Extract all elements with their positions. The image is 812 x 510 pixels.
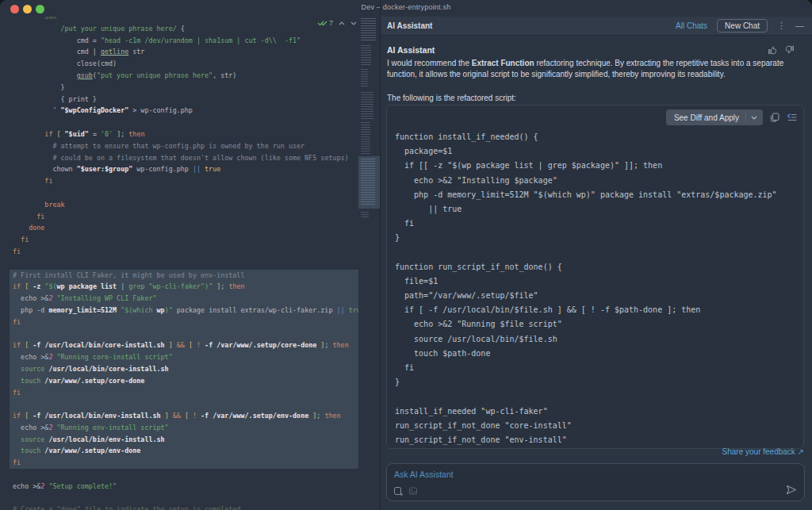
code-line: source /usr/local/bin/core-install.sh [10, 363, 358, 375]
code-line: echo >&2 "Installing WP CLI Faker" [10, 293, 358, 305]
code-line [395, 246, 800, 260]
minimap-chunk [361, 45, 371, 66]
external-link-icon: ↗ [798, 447, 804, 456]
message-actions [768, 45, 795, 55]
code-line: php -d memory_limit=512M "$(which wp)" p… [395, 188, 800, 202]
code-line: || true [395, 202, 800, 217]
minimap[interactable] [358, 17, 381, 510]
paragraph-bold-text: Extract Function [472, 59, 534, 67]
hide-panel-icon[interactable]: — [795, 21, 804, 30]
code-line: path="/var/www/.setup/$file" [395, 289, 800, 303]
code-line: break [10, 199, 358, 211]
code-line: # attempt to ensure that wp-config.php i… [10, 140, 358, 152]
code-line: } [10, 82, 358, 94]
send-icon[interactable] [786, 485, 797, 495]
code-line: file=$1 [395, 274, 800, 289]
code-line: function install_if_needed() { [395, 130, 800, 144]
see-diff-and-apply-button[interactable]: See Diff and Apply [666, 109, 763, 125]
minimap-chunk [361, 69, 368, 88]
editor-code: awk /put your unique phrase here/ { cmd … [0, 17, 358, 510]
paragraph-text: I would recommend the [387, 59, 472, 67]
window-title: Dev – docker-entrypoint.sh [0, 3, 812, 11]
code-line [10, 187, 358, 199]
kebab-menu-icon[interactable]: ⋮ [777, 21, 786, 30]
code-line: install_if_needed "wp-cli-faker" [395, 405, 800, 419]
minimap-chunk [361, 18, 376, 42]
ai-assistant-header: AI Assistant All Chats New Chat ⋮ — [381, 17, 812, 36]
share-feedback-link[interactable]: Share your feedback ↗ [722, 447, 804, 456]
code-line: function run_script_if_not_done() { [395, 260, 800, 274]
code-line: if [[ -z "$(wp package list | grep $pack… [395, 159, 800, 173]
code-line: echo >&2 "Running env-install script" [10, 422, 358, 434]
next-occurrence-icon[interactable] [350, 21, 357, 25]
minimap-selection [358, 156, 381, 209]
code-block-toolbar: See Diff and Apply [666, 109, 797, 125]
minimap-chunk [361, 212, 369, 218]
code-line: fi [10, 211, 358, 223]
code-line: fi [10, 316, 358, 328]
code-line: ' "$wpConfigDocker" > wp-config.php [10, 105, 358, 117]
approved-check-icon [317, 19, 327, 27]
code-line: fi [10, 175, 358, 187]
code-line: echo >&2 "Running $file script" [395, 317, 800, 332]
code-line [10, 398, 358, 410]
inspections-widget[interactable]: 7 [317, 19, 357, 27]
code-line: echo >&2 "Installing $package" [395, 174, 800, 188]
code-line: cmd = "head -c1m /dev/urandom | sha1sum … [10, 35, 358, 47]
code-line [395, 389, 800, 404]
code-line: touch $path-done [395, 347, 800, 361]
code-line: # Create a "done" file to indicate the s… [10, 504, 358, 510]
copy-code-icon[interactable] [770, 113, 779, 122]
prev-occurrence-icon[interactable] [339, 21, 345, 25]
code-line: close(cmd) [10, 58, 358, 70]
code-line: cmd | getline str [10, 46, 358, 58]
code-line: chown "$user:$group" wp-config.php || tr… [10, 163, 358, 175]
message-paragraph: I would recommend the Extract Function r… [387, 58, 790, 80]
code-line: touch /var/www/.setup/core-done [10, 375, 358, 387]
code-line: touch /var/www/.setup/env-done [10, 445, 358, 457]
code-line [10, 258, 358, 270]
panel-title: AI Assistant [387, 21, 432, 30]
code-line: { print } [10, 94, 358, 105]
code-line: run_script_if_not_done "core-install" [395, 419, 800, 433]
code-line: if [ -f /usr/local/bin/$file.sh ] && [ !… [395, 303, 800, 317]
code-line: } [395, 375, 800, 389]
message-author: AI Assistant [387, 45, 435, 55]
prompt-library-icon[interactable] [393, 486, 403, 496]
code-line: done [10, 222, 358, 234]
ai-assistant-input[interactable]: Ask AI Assistant [386, 463, 805, 501]
message-paragraph-2: The following is the refactored script: [387, 94, 790, 102]
code-line: if [ -f /usr/local/bin/core-install.sh ]… [10, 339, 358, 351]
refactored-code: function install_if_needed() { package=$… [395, 130, 800, 447]
code-line: gsub("put your unique phrase here", str) [10, 70, 358, 82]
new-chat-button[interactable]: New Chat [717, 19, 768, 33]
feedback-label: Share your feedback [722, 447, 795, 456]
minimap-chunk [361, 122, 370, 154]
code-line: fi [10, 246, 358, 258]
refactored-code-block: See Diff and Apply function install_if_n… [386, 105, 804, 449]
code-line: source /usr/local/bin/$file.sh [395, 332, 800, 347]
attach-image-icon[interactable] [408, 486, 418, 496]
all-chats-link[interactable]: All Chats [676, 21, 707, 30]
minimap-chunk [361, 92, 373, 119]
code-line: source /usr/local/bin/env-install.sh [10, 434, 358, 446]
insert-at-caret-icon[interactable] [787, 113, 797, 122]
code-line: fi [10, 457, 358, 469]
code-line: if [ -z "$(wp package list | grep "wp-cl… [10, 281, 358, 293]
thumbs-up-icon[interactable] [768, 45, 777, 55]
code-line: } [395, 231, 800, 245]
code-line: echo >&2 "Running core-install script" [10, 351, 358, 363]
input-placeholder: Ask AI Assistant [394, 470, 454, 479]
code-line: fi [10, 387, 358, 399]
chevron-down-icon[interactable] [745, 113, 763, 122]
thumbs-down-icon[interactable] [785, 45, 795, 55]
match-count: 7 [329, 19, 333, 27]
code-line: fi [395, 217, 800, 231]
minimap-chunk [361, 159, 375, 205]
code-line: if [ "$uid" = '0' ]; then [10, 128, 358, 140]
code-line: if [ -f /usr/local/bin/env-install.sh ] … [10, 410, 358, 422]
code-line [10, 469, 358, 481]
code-line [10, 328, 358, 340]
ide-window: Dev – docker-entrypoint.sh awk /put your… [0, 0, 812, 510]
code-editor[interactable]: awk /put your unique phrase here/ { cmd … [0, 17, 358, 510]
